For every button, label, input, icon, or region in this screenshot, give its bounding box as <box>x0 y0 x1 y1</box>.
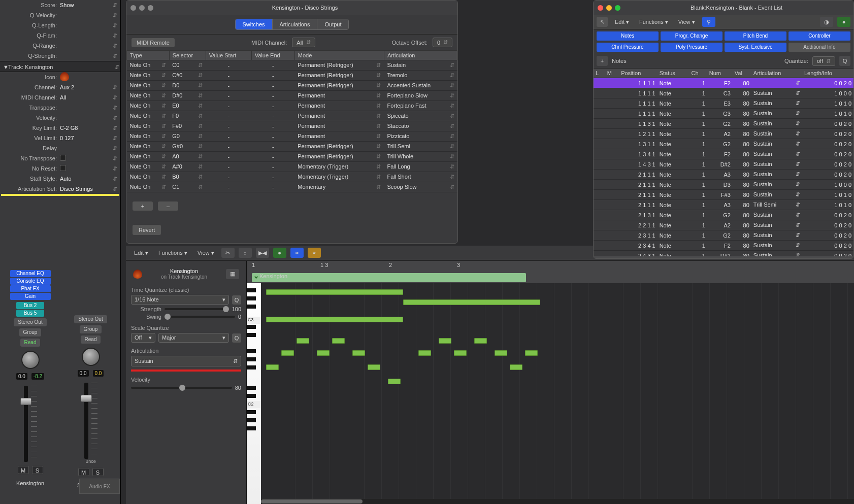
switch-row[interactable]: Note On⇵C0⇵--Permanent (Retrigger)⇵Susta… <box>127 60 457 71</box>
midi-note[interactable] <box>266 317 403 322</box>
inspector-row[interactable]: Q-Flam:⇵ <box>0 30 120 41</box>
event-row[interactable]: 1 1 1 1Note1C380Sustain ⇵1 0 0 0 <box>594 88 853 98</box>
minimize-icon[interactable] <box>606 5 612 11</box>
switch-row[interactable]: Note On⇵E0⇵--Permanent⇵Fortepiano Fast⇵ <box>127 101 457 111</box>
switch-row[interactable]: Note On⇵D#0⇵--Permanent⇵Fortepiano Slow⇵ <box>127 91 457 101</box>
filter-syst-exclusive[interactable]: Syst. Exclusive <box>725 43 786 52</box>
column-header[interactable]: Articulation <box>384 51 457 60</box>
inspector-row[interactable]: Key Limit:C-2 G8⇵ <box>0 123 120 133</box>
switch-row[interactable]: Note On⇵C#0⇵--Permanent (Retrigger)⇵Trem… <box>127 71 457 81</box>
event-row[interactable]: 1 1 1 1Note1G380Sustain ⇵1 0 1 0 <box>594 109 853 119</box>
group-pill[interactable]: Group <box>80 325 102 333</box>
inspector-row[interactable]: Delay⇵ <box>0 143 120 153</box>
inspector-row[interactable]: Q-Velocity:⇵ <box>0 10 120 20</box>
strength-slider[interactable] <box>165 308 229 310</box>
switch-row[interactable]: Note On⇵G0⇵--Permanent⇵Pizzicato⇵ <box>127 131 457 142</box>
event-row[interactable]: 2 1 1 1Note1A380Trill Semi ⇵1 0 1 0 <box>594 200 853 210</box>
midi-in-icon[interactable]: ● <box>837 17 850 27</box>
fx-slot[interactable]: Phat FX <box>10 285 51 292</box>
event-row[interactable]: 1 4 3 1Note1D#280Sustain ⇵0 0 2 0 <box>594 159 853 170</box>
column-header[interactable]: Value Start <box>206 51 251 60</box>
articulation-select[interactable]: Sustain⇵ <box>131 356 241 366</box>
event-row[interactable]: 2 3 4 1Note1F280Sustain ⇵0 0 2 0 <box>594 241 853 251</box>
filter-pitch-bend[interactable]: Pitch Bend <box>725 31 786 41</box>
switch-row[interactable]: Note On⇵B0⇵--Momentary (Trigger)⇵Fall Sh… <box>127 172 457 182</box>
event-row[interactable]: 1 3 1 1Note1G280Sustain ⇵0 0 2 0 <box>594 139 853 149</box>
event-row[interactable]: 2 3 1 1Note1G280Sustain ⇵0 0 2 0 <box>594 230 853 241</box>
checkbox[interactable] <box>60 165 66 171</box>
event-row[interactable]: 1 2 1 1Note1A280Sustain ⇵0 0 2 0 <box>594 129 853 139</box>
bar-ruler[interactable]: 1 1 3 2 3 <box>247 261 854 272</box>
hierarchy-up-icon[interactable]: ↖ <box>597 17 608 27</box>
track-header[interactable]: ▼Track: Kensington⇵ <box>0 61 120 72</box>
zoom-icon[interactable] <box>148 5 153 11</box>
inspector-row[interactable]: Q-Length:⇵ <box>0 20 120 30</box>
column-header[interactable]: Articulation <box>751 69 802 78</box>
scale-off-select[interactable]: Off▾ <box>131 333 155 343</box>
inspector-row[interactable]: No Transpose:⇵ <box>0 153 120 163</box>
close-icon[interactable] <box>598 5 603 11</box>
mute-button[interactable]: M <box>78 468 89 476</box>
midi-note[interactable] <box>388 379 401 384</box>
event-row[interactable]: 2 1 1 1Note1A380Sustain ⇵0 0 2 0 <box>594 170 853 180</box>
switch-row[interactable]: Note On⇵C1⇵--Momentary⇵Scoop Slow⇵ <box>127 182 457 192</box>
stereo-out-pill[interactable]: Stereo Out <box>14 318 46 326</box>
inspector-row[interactable]: Vel Limit:0 127⇵ <box>0 133 120 143</box>
add-switch-button[interactable]: + <box>133 201 153 211</box>
swing-slider[interactable] <box>165 316 235 318</box>
close-icon[interactable] <box>130 5 136 11</box>
mute-button[interactable]: M <box>18 466 29 474</box>
inspector-row[interactable]: MIDI Channel:All⇵ <box>0 92 120 103</box>
midi-note[interactable] <box>454 350 467 356</box>
filter-notes[interactable]: Notes <box>597 31 659 41</box>
midi-channel-select[interactable]: All⇵ <box>292 38 315 47</box>
fx-slot[interactable]: Console EQ <box>10 278 51 285</box>
default-type[interactable]: Notes <box>612 58 627 64</box>
group-pill[interactable]: Group <box>19 328 42 337</box>
remove-switch-button[interactable]: – <box>158 201 178 211</box>
event-row[interactable]: 1 3 4 1Note1F280Sustain ⇵0 0 2 0 <box>594 149 853 159</box>
zoom-icon[interactable] <box>615 5 620 11</box>
event-row[interactable]: 1 1 1 1Note1F280 ⇵0 0 2 0 <box>594 78 853 88</box>
midi-note[interactable] <box>418 350 431 356</box>
functions-menu[interactable]: Functions ▾ <box>636 17 671 27</box>
midi-in-icon[interactable]: ● <box>273 248 286 258</box>
edit-menu[interactable]: Edit ▾ <box>131 248 151 258</box>
velocity-slider[interactable] <box>131 387 232 389</box>
view-menu[interactable]: View ▾ <box>194 248 217 258</box>
add-event-button[interactable]: + <box>597 56 608 66</box>
midi-note[interactable] <box>495 350 507 356</box>
event-row[interactable]: 2 2 1 1Note1A280Sustain ⇵0 0 2 0 <box>594 220 853 230</box>
event-row[interactable]: 1 1 3 1Note1G280Sustain ⇵0 0 2 0 <box>594 119 853 129</box>
column-header[interactable]: Selector <box>169 51 206 60</box>
midi-note[interactable] <box>439 338 451 344</box>
inspector-row[interactable]: Articulation Set:Disco Strings⇵ <box>0 184 120 194</box>
minimize-icon[interactable] <box>139 5 145 11</box>
send-bus[interactable]: Bus 5 <box>16 310 44 317</box>
inspector-row[interactable]: Q-Strength:⇵ <box>0 51 120 61</box>
revert-button[interactable]: Revert <box>133 225 161 235</box>
inspector-row[interactable]: Channel:Aux 2⇵ <box>0 82 120 92</box>
column-header[interactable]: L <box>594 69 605 78</box>
column-header[interactable]: Status <box>658 69 689 78</box>
column-header[interactable]: Val <box>733 69 751 78</box>
volume-fader[interactable] <box>84 383 88 459</box>
stereo-out-pill[interactable]: Stereo Out <box>74 315 107 323</box>
event-row[interactable]: 2 4 3 1Note1D#280Sustain ⇵0 0 2 0 <box>594 251 853 257</box>
midi-note[interactable] <box>403 299 540 305</box>
column-header[interactable]: Position <box>619 69 658 78</box>
column-header[interactable]: Length/Info <box>802 69 853 78</box>
midi-note[interactable] <box>474 338 487 344</box>
solo-button[interactable]: S <box>32 466 43 474</box>
inspector-row[interactable]: Velocity:⇵ <box>0 113 120 123</box>
pan-knob[interactable] <box>21 351 40 369</box>
audio-fx-slot[interactable]: Audio FX <box>79 479 120 494</box>
column-header[interactable]: Mode <box>294 51 384 60</box>
horizontal-scrollbar[interactable] <box>261 499 854 504</box>
event-row[interactable]: 1 1 1 1Note1E380Sustain ⇵1 0 1 0 <box>594 98 853 109</box>
tab-segmented[interactable]: SwitchesArticulationsOutput <box>235 19 349 30</box>
filter-controller[interactable]: Controller <box>789 31 850 41</box>
collapse-icon[interactable]: ↕ <box>239 248 252 258</box>
fx-slot[interactable]: Gain <box>10 293 51 300</box>
pan-knob[interactable] <box>82 348 100 366</box>
